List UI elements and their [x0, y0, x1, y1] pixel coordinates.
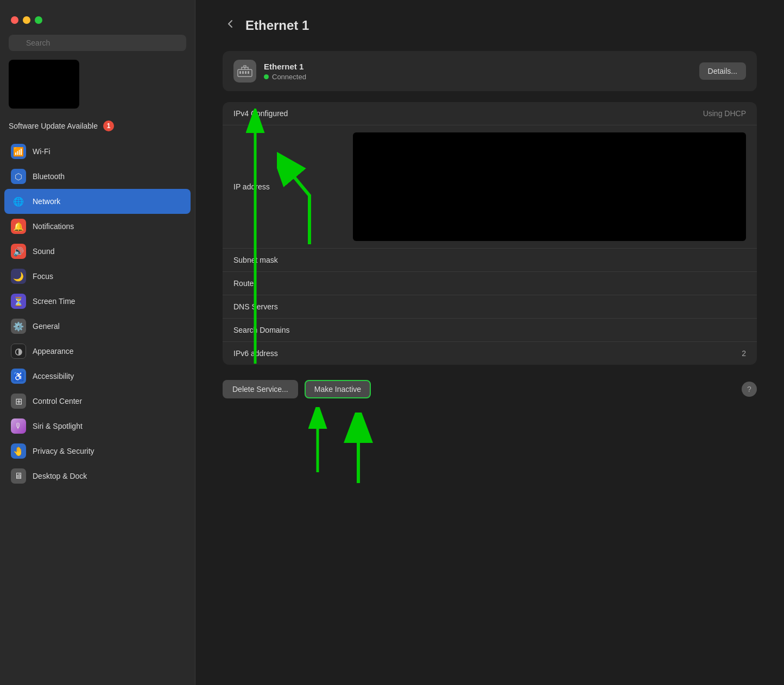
siri-icon: 🎙: [11, 418, 26, 434]
search-input[interactable]: [9, 35, 186, 51]
user-avatar: [9, 60, 79, 109]
annotation-arrow-2: [301, 407, 334, 478]
desktop-icon: 🖥: [11, 468, 26, 484]
svg-point-5: [244, 65, 246, 67]
status-dot: [264, 74, 269, 79]
main-content: Ethernet 1 Ethernet 1 Connected Details.…: [195, 0, 784, 685]
software-update-label: Software Update Available: [9, 122, 98, 130]
sidebar-item-label-focus: Focus: [33, 272, 53, 281]
minimize-button[interactable]: [23, 16, 30, 24]
sidebar-item-desktop[interactable]: 🖥 Desktop & Dock: [4, 464, 191, 489]
ip-value-redacted: [353, 132, 746, 241]
svg-rect-4: [248, 71, 249, 74]
make-inactive-button[interactable]: Make Inactive: [305, 380, 371, 398]
accessibility-icon: ♿: [11, 369, 26, 384]
sidebar-item-screentime[interactable]: ⏳ Screen Time: [4, 289, 191, 314]
ethernet-card: Ethernet 1 Connected Details...: [223, 51, 757, 91]
sidebar-item-label-controlcenter: Control Center: [33, 397, 82, 405]
notifications-icon: 🔔: [11, 219, 26, 234]
ipv4-value: Using DHCP: [703, 109, 746, 118]
search-domains-row: Search Domains: [223, 319, 757, 342]
sidebar-item-controlcenter[interactable]: ⊞ Control Center: [4, 389, 191, 414]
software-update-row[interactable]: Software Update Available 1: [0, 115, 195, 139]
sidebar-item-label-privacy: Privacy & Security: [33, 447, 94, 455]
sidebar-item-label-wifi: Wi-Fi: [33, 147, 50, 156]
sidebar-item-label-network: Network: [33, 197, 60, 206]
user-profile: [0, 60, 195, 115]
page-title: Ethernet 1: [245, 18, 309, 33]
sidebar-item-sound[interactable]: 🔊 Sound: [4, 239, 191, 264]
sidebar-nav: 📶 Wi-Fi ⬡ Bluetooth 🌐 Network 🔔 Notifica…: [0, 139, 195, 685]
sidebar-item-focus[interactable]: 🌙 Focus: [4, 264, 191, 289]
controlcenter-icon: ⊞: [11, 394, 26, 409]
appearance-icon: ◑: [11, 344, 26, 359]
ipv4-label: IPv4 Configured: [233, 109, 703, 118]
row-label-search-domains: Search Domains: [233, 326, 342, 334]
actions-row: Delete Service... Make Inactive ?: [223, 380, 757, 398]
sidebar-item-label-appearance: Appearance: [33, 347, 74, 356]
sidebar-item-siri[interactable]: 🎙 Siri & Spotlight: [4, 414, 191, 439]
sound-icon: 🔊: [11, 244, 26, 259]
row-label-dns: DNS Servers: [233, 302, 342, 311]
svg-rect-1: [239, 71, 241, 74]
sidebar-item-accessibility[interactable]: ♿ Accessibility: [4, 364, 191, 389]
search-container: 🔍: [0, 35, 195, 60]
sidebar-item-appearance[interactable]: ◑ Appearance: [4, 339, 191, 364]
close-button[interactable]: [11, 16, 18, 24]
ethernet-name: Ethernet 1: [264, 62, 692, 71]
ethernet-info: Ethernet 1 Connected: [264, 62, 692, 81]
router-row: Router: [223, 272, 757, 295]
back-button[interactable]: [223, 16, 238, 35]
row-label-ip: IP address: [233, 182, 342, 191]
table-row: IP address: [223, 125, 757, 249]
sidebar: 🔍 Software Update Available 1 📶 Wi-Fi ⬡ …: [0, 0, 195, 685]
sidebar-item-notifications[interactable]: 🔔 Notifications: [4, 214, 191, 239]
sidebar-item-label-general: General: [33, 322, 60, 331]
svg-rect-2: [242, 71, 244, 74]
sidebar-item-label-accessibility: Accessibility: [33, 372, 74, 380]
maximize-button[interactable]: [35, 16, 42, 24]
network-icon: 🌐: [11, 194, 26, 209]
dns-row: DNS Servers: [223, 295, 757, 319]
ethernet-status: Connected: [264, 73, 692, 81]
wifi-icon: 📶: [11, 144, 26, 159]
ipv6-row: IPv6 address 2: [223, 342, 757, 365]
window-controls: [0, 11, 195, 35]
help-button[interactable]: ?: [742, 382, 757, 397]
status-text: Connected: [272, 73, 306, 81]
details-button[interactable]: Details...: [699, 62, 746, 80]
page-header: Ethernet 1: [223, 16, 757, 35]
bluetooth-icon: ⬡: [11, 169, 26, 184]
sidebar-item-label-notifications: Notifications: [33, 222, 74, 231]
sidebar-item-label-sound: Sound: [33, 247, 54, 256]
row-label-subnet: Subnet mask: [233, 256, 342, 264]
sidebar-item-label-siri: Siri & Spotlight: [33, 422, 83, 430]
sidebar-item-general[interactable]: ⚙️ General: [4, 314, 191, 339]
svg-rect-3: [245, 71, 246, 74]
sidebar-item-privacy[interactable]: 🤚 Privacy & Security: [4, 439, 191, 464]
sidebar-item-network[interactable]: 🌐 Network: [4, 189, 191, 214]
privacy-icon: 🤚: [11, 443, 26, 459]
update-badge: 1: [103, 120, 114, 131]
sidebar-item-label-screentime: Screen Time: [33, 297, 75, 306]
screentime-icon: ⏳: [11, 294, 26, 309]
sidebar-item-bluetooth[interactable]: ⬡ Bluetooth: [4, 164, 191, 189]
sidebar-item-wifi[interactable]: 📶 Wi-Fi: [4, 139, 191, 164]
big-annotation-arrow-inactive: [337, 413, 380, 489]
general-icon: ⚙️: [11, 319, 26, 334]
row-label-router: Router: [233, 279, 342, 288]
ipv6-value: 2: [742, 349, 746, 358]
focus-icon: 🌙: [11, 269, 26, 284]
sidebar-item-label-desktop: Desktop & Dock: [33, 472, 87, 480]
ethernet-icon: [233, 60, 256, 83]
subnet-row: Subnet mask: [223, 249, 757, 272]
ipv4-row: IPv4 Configured Using DHCP: [223, 102, 757, 125]
sidebar-item-label-bluetooth: Bluetooth: [33, 172, 65, 181]
network-table: IPv4 Configured Using DHCP IP address Su…: [223, 102, 757, 365]
delete-service-button[interactable]: Delete Service...: [223, 380, 298, 398]
row-label-ipv6: IPv6 address: [233, 349, 342, 358]
